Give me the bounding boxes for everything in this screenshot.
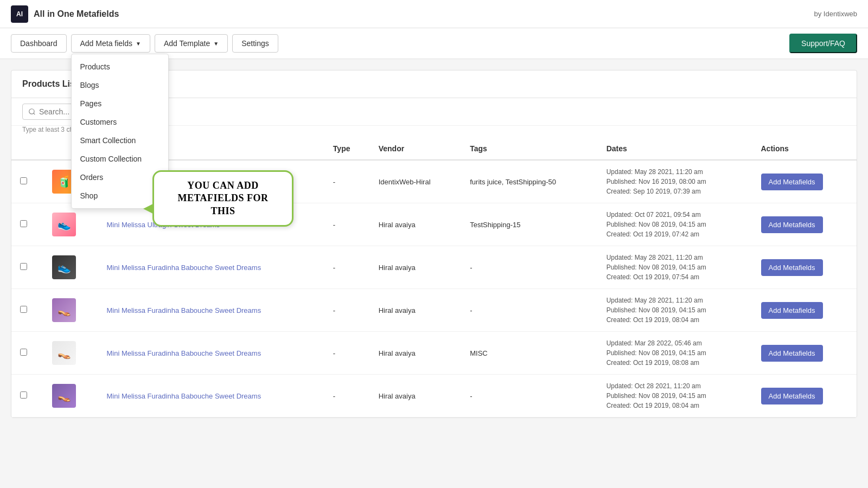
row-title-cell: Mini Melissa Furadinha Babouche Sweet Dr… <box>98 332 324 375</box>
search-icon <box>28 108 36 115</box>
app-title: All in One Metafields <box>34 9 119 19</box>
row-image-cell: 👟 <box>43 203 98 246</box>
chevron-down-icon: ▼ <box>136 41 141 47</box>
product-thumbnail: 👡 <box>52 298 76 322</box>
row-action-cell: Add Metafields <box>752 289 857 332</box>
app-by-label: by Identixweb <box>814 10 858 18</box>
dashboard-button[interactable]: Dashboard <box>11 34 67 53</box>
row-title-cell: Mini Melissa Furadinha Babouche Sweet Dr… <box>98 289 324 332</box>
col-type: Type <box>324 138 370 160</box>
row-checkbox[interactable] <box>20 391 27 399</box>
row-tags-cell: TestShipping-15 <box>461 203 597 246</box>
add-meta-fields-label: Add Meta fields <box>80 39 133 48</box>
add-metafields-button[interactable]: Add Metafields <box>761 174 823 190</box>
menu-item-smart-collection[interactable]: Smart Collection <box>72 131 168 150</box>
row-tags-cell: furits juice, TestShipping-50 <box>461 160 597 203</box>
support-faq-button[interactable]: Support/FAQ <box>789 34 857 53</box>
add-template-label: Add Template <box>164 39 210 48</box>
add-metafields-button[interactable]: Add Metafields <box>761 345 823 362</box>
row-checkbox[interactable] <box>20 263 27 270</box>
col-dates: Dates <box>598 138 752 160</box>
row-vendor-cell: Hiral avaiya <box>370 332 462 375</box>
row-type-cell: - <box>324 160 370 203</box>
product-title-link[interactable]: Mini Melissa Furadinha Babouche Sweet Dr… <box>106 306 261 314</box>
row-checkbox-cell <box>11 203 43 246</box>
row-dates: Updated: May 28 2021, 11:20 am Published… <box>607 167 744 196</box>
row-dates-cell: Updated: May 28 2021, 11:20 am Published… <box>598 160 752 203</box>
app-header-left: AI All in One Metafields <box>11 5 119 23</box>
add-template-button[interactable]: Add Template ▼ <box>155 34 228 53</box>
menu-item-blogs[interactable]: Blogs <box>72 76 168 94</box>
product-title-link[interactable]: Mini Melissa Furadinha Babouche Sweet Dr… <box>106 392 261 400</box>
row-vendor-cell: Hiral avaiya <box>370 246 462 289</box>
add-metafields-button[interactable]: Add Metafields <box>761 388 823 404</box>
add-metafields-button[interactable]: Add Metafields <box>761 302 823 319</box>
col-actions: Actions <box>752 138 857 160</box>
row-checkbox-cell <box>11 375 43 418</box>
row-type-cell: - <box>324 289 370 332</box>
row-dates: Updated: Mar 28 2022, 05:46 am Published… <box>607 338 744 368</box>
row-type-cell: - <box>324 203 370 246</box>
col-checkbox <box>11 138 43 160</box>
row-image-cell: 👟 <box>43 246 98 289</box>
chevron-down-icon-template: ▼ <box>213 41 219 47</box>
row-dates-cell: Updated: May 28 2021, 11:20 am Published… <box>598 246 752 289</box>
row-checkbox-cell <box>11 332 43 375</box>
row-image-cell: 👡 <box>43 332 98 375</box>
row-checkbox[interactable] <box>20 306 27 313</box>
product-thumbnail: 👟 <box>52 213 76 236</box>
row-image-cell: 👡 <box>43 289 98 332</box>
row-dates: Updated: May 28 2021, 11:20 am Published… <box>607 253 744 282</box>
row-action-cell: Add Metafields <box>752 203 857 246</box>
product-title-link[interactable]: Mini Melissa Furadinha Babouche Sweet Dr… <box>106 349 261 357</box>
table-row: 👟Mini Melissa Ultragirl Sweet Dreams-Hir… <box>11 203 857 246</box>
settings-button[interactable]: Settings <box>232 34 278 53</box>
svg-line-1 <box>34 113 35 115</box>
row-checkbox-cell <box>11 160 43 203</box>
row-vendor-cell: IdentixWeb-Hiral <box>370 160 462 203</box>
row-vendor-cell: Hiral avaiya <box>370 289 462 332</box>
row-tags-cell: - <box>461 246 597 289</box>
product-title-link[interactable]: Mini Melissa Furadinha Babouche Sweet Dr… <box>106 264 261 272</box>
col-vendor: Vendor <box>370 138 462 160</box>
row-checkbox-cell <box>11 289 43 332</box>
menu-item-customers[interactable]: Customers <box>72 113 168 131</box>
menu-item-pages[interactable]: Pages <box>72 94 168 113</box>
products-list-title: Products List <box>22 79 78 88</box>
app-logo: AI <box>11 5 28 23</box>
row-checkbox[interactable] <box>20 220 27 227</box>
row-tags-cell: - <box>461 289 597 332</box>
row-type-cell: - <box>324 246 370 289</box>
menu-item-custom-collection[interactable]: Custom Collection <box>72 150 168 168</box>
table-row: 👡Mini Melissa Furadinha Babouche Sweet D… <box>11 375 857 418</box>
row-title-cell: Mini Melissa Furadinha Babouche Sweet Dr… <box>98 246 324 289</box>
row-dates-cell: Updated: Oct 07 2021, 09:54 am Published… <box>598 203 752 246</box>
menu-item-products[interactable]: Products <box>72 57 168 76</box>
row-dates: Updated: Oct 28 2021, 11:20 am Published… <box>607 381 744 410</box>
row-dates: Updated: Oct 07 2021, 09:54 am Published… <box>607 210 744 239</box>
add-metafields-button[interactable]: Add Metafields <box>761 216 823 233</box>
row-dates: Updated: May 28 2021, 11:20 am Published… <box>607 296 744 325</box>
row-tags-cell: MISC <box>461 332 597 375</box>
row-tags-cell: - <box>461 375 597 418</box>
row-dates-cell: Updated: Mar 28 2022, 05:46 am Published… <box>598 332 752 375</box>
row-checkbox[interactable] <box>20 349 27 356</box>
row-action-cell: Add Metafields <box>752 332 857 375</box>
add-meta-fields-button[interactable]: Add Meta fields ▼ <box>71 34 150 53</box>
row-checkbox[interactable] <box>20 177 27 184</box>
table-row: 👟Mini Melissa Furadinha Babouche Sweet D… <box>11 246 857 289</box>
row-action-cell: Add Metafields <box>752 375 857 418</box>
row-dates-cell: Updated: Oct 28 2021, 11:20 am Published… <box>598 375 752 418</box>
row-vendor-cell: Hiral avaiya <box>370 203 462 246</box>
svg-point-0 <box>29 109 34 114</box>
row-vendor-cell: Hiral avaiya <box>370 375 462 418</box>
add-metafields-button[interactable]: Add Metafields <box>761 259 823 276</box>
row-action-cell: Add Metafields <box>752 246 857 289</box>
table-row: 👡Mini Melissa Furadinha Babouche Sweet D… <box>11 289 857 332</box>
product-thumbnail: 👡 <box>52 384 76 408</box>
row-checkbox-cell <box>11 246 43 289</box>
product-thumbnail: 👡 <box>52 341 76 365</box>
row-type-cell: - <box>324 375 370 418</box>
row-title-cell: Mini Melissa Furadinha Babouche Sweet Dr… <box>98 375 324 418</box>
row-type-cell: - <box>324 332 370 375</box>
